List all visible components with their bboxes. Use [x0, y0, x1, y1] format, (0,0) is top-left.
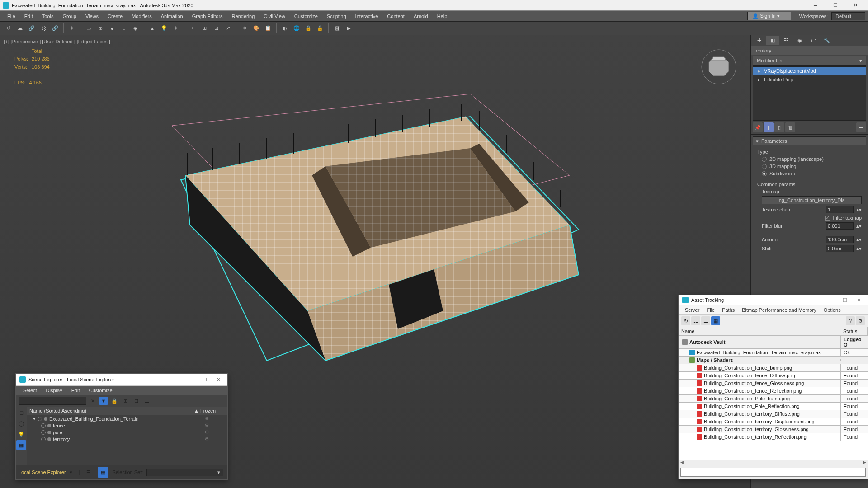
expand-icon[interactable]: ⊞	[121, 397, 130, 405]
filter-blur-spinner[interactable]: 0.001	[826, 222, 854, 230]
filter-geometry-icon[interactable]: ◻	[16, 408, 26, 418]
clear-search-icon[interactable]: ✕	[88, 397, 97, 405]
make-unique-icon[interactable]: ▯	[774, 122, 784, 132]
axis-icon[interactable]: ✦	[187, 23, 198, 34]
table-view-icon[interactable]: ▦	[711, 316, 720, 325]
snap-icon[interactable]: ⊡	[211, 23, 222, 34]
view-cube[interactable]	[701, 49, 737, 85]
selection-set-dropdown[interactable]: ▾	[146, 469, 223, 476]
dot-icon[interactable]: ●	[107, 23, 118, 34]
help-icon[interactable]: ?	[846, 316, 855, 325]
filter-texmap-checkbox[interactable]	[825, 216, 830, 221]
sun-icon[interactable]: ☀	[66, 23, 77, 34]
grid-icon[interactable]: ⊞	[199, 23, 210, 34]
menu-graph-editors[interactable]: Graph Editors	[188, 12, 227, 21]
asset-row[interactable]: Building_Construction_fence_Reflection.p…	[679, 387, 868, 395]
modifier-list-dropdown[interactable]: Modifier List ▾	[753, 56, 866, 66]
asset-tracking-menu-paths[interactable]: Paths	[718, 305, 738, 314]
type-radio-subdiv[interactable]	[762, 171, 767, 176]
sign-in-dropdown[interactable]: 👤 Sign In ▾	[747, 12, 791, 20]
asset-status-column[interactable]: Status	[840, 327, 868, 335]
render-setup-icon[interactable]: 🖼	[331, 23, 342, 34]
collapse-icon[interactable]: ⊟	[132, 397, 141, 405]
transform-icon[interactable]: ✥	[239, 23, 250, 34]
menu-create[interactable]: Create	[103, 12, 127, 21]
menu-customize[interactable]: Customize	[290, 12, 322, 21]
tree-row[interactable]: fence❄	[27, 422, 227, 429]
tree-view-icon[interactable]: ☷	[691, 316, 700, 325]
light-icon[interactable]: 💡	[159, 23, 170, 34]
fill-icon[interactable]: ◉	[130, 23, 141, 34]
scene-explorer-search[interactable]	[19, 397, 86, 405]
unlink-icon[interactable]: ⛓	[38, 23, 49, 34]
list-view-icon[interactable]: ☰	[701, 316, 710, 325]
explorer-icon[interactable]: 📋	[263, 23, 274, 34]
menu-group[interactable]: Group	[58, 12, 81, 21]
create-tab[interactable]: ✚	[753, 36, 765, 45]
redo-view-icon[interactable]: ↺	[3, 23, 14, 34]
asset-name-column[interactable]: Name	[679, 327, 840, 335]
asset-tracking-menu-server[interactable]: Server	[681, 305, 703, 314]
pivot-icon[interactable]: ⊕	[95, 23, 106, 34]
circle-icon[interactable]: ○	[118, 23, 129, 34]
asset-row[interactable]: Building_Construction_territory_Diffuse.…	[679, 410, 868, 418]
menu-scripting[interactable]: Scripting	[322, 12, 351, 21]
asset-tracking-close[interactable]: ✕	[853, 297, 864, 303]
tree-row[interactable]: ▾Excavated_Building_Foundation_Terrain❄	[27, 415, 227, 422]
globe-icon[interactable]: 🌐	[291, 23, 302, 34]
asset-row[interactable]: Building_Construction_fence_bump.pngFoun…	[679, 364, 868, 372]
asset-tracking-maximize[interactable]: ☐	[840, 297, 850, 303]
filter-icon[interactable]: ▼	[99, 397, 108, 405]
scene-explorer-menu-display[interactable]: Display	[42, 386, 67, 395]
asset-tracking-menu-options[interactable]: Options	[820, 305, 844, 314]
lock-x-icon[interactable]: 🔒	[303, 23, 314, 34]
asset-row[interactable]: Building_Construction_Pole_Reflection.pn…	[679, 403, 868, 410]
scene-explorer-close[interactable]: ✕	[213, 377, 224, 383]
scene-explorer-menu-select[interactable]: Select	[19, 386, 42, 395]
filter-lights-icon[interactable]: 💡	[16, 429, 26, 439]
menu-edit[interactable]: Edit	[20, 12, 38, 21]
asset-row[interactable]: Maps / Shaders	[679, 357, 868, 364]
asset-tracking-input[interactable]	[680, 468, 866, 477]
material-icon[interactable]: ◐	[279, 23, 290, 34]
display-tab[interactable]: 🖵	[807, 36, 820, 45]
refresh-icon[interactable]: ↻	[681, 316, 690, 325]
name-column-header[interactable]: Name (Sorted Ascending)	[27, 407, 191, 415]
menu-arnold[interactable]: Arnold	[409, 12, 433, 21]
frozen-column-header[interactable]: ▲ Frozen	[191, 407, 227, 415]
hierarchy-tab[interactable]: ☷	[780, 36, 793, 45]
minimize-button[interactable]: ─	[806, 0, 826, 11]
maximize-button[interactable]: ☐	[826, 0, 845, 11]
tree-row[interactable]: pole❄	[27, 429, 227, 436]
menu-interactive[interactable]: Interactive	[351, 12, 383, 21]
asset-tracking-window[interactable]: Asset Tracking ─ ☐ ✕ ServerFilePathsBitm…	[678, 295, 868, 479]
cursor-icon[interactable]: ↗	[222, 23, 233, 34]
layer-toggle-icon[interactable]: ▦	[98, 467, 108, 478]
menu-modifiers[interactable]: Modifiers	[127, 12, 156, 21]
asset-row[interactable]: Excavated_Building_Foundation_Terrain_ma…	[679, 349, 868, 357]
object-name-field[interactable]: territory	[751, 46, 868, 55]
asset-row[interactable]: Building_Construction_territory_Glossine…	[679, 426, 868, 433]
asset-row[interactable]: Autodesk VaultLogged O	[679, 336, 868, 349]
plane-icon[interactable]: ▭	[83, 23, 94, 34]
sunlight-icon[interactable]: ☀	[170, 23, 181, 34]
pin-stack-icon[interactable]: 📌	[753, 122, 763, 132]
menu-rendering[interactable]: Rendering	[227, 12, 259, 21]
modify-tab[interactable]: ◧	[766, 36, 779, 45]
asset-tracking-menu-bitmap-performance-and-memory[interactable]: Bitmap Performance and Memory	[738, 305, 820, 314]
lock-icon[interactable]: 🔒	[110, 397, 119, 405]
menu-content[interactable]: Content	[382, 12, 409, 21]
cone-icon[interactable]: ▲	[147, 23, 158, 34]
palette-icon[interactable]: 🎨	[251, 23, 262, 34]
menu-help[interactable]: Help	[433, 12, 452, 21]
utilities-tab[interactable]: 🔧	[821, 36, 833, 45]
scroll-left-icon[interactable]: ◀	[679, 460, 685, 466]
show-end-result-icon[interactable]: ▮	[764, 122, 774, 132]
modifier-item-vraydisp[interactable]: VRayDisplacementMod	[753, 67, 866, 75]
cloud-icon[interactable]: ☁	[14, 23, 25, 34]
asset-tracking-minimize[interactable]: ─	[826, 297, 837, 303]
asset-row[interactable]: Building_Construction_territory_Reflecti…	[679, 433, 868, 441]
asset-row[interactable]: Building_Construction_fence_Diffuse.pngF…	[679, 372, 868, 380]
scene-explorer-window[interactable]: Scene Explorer - Local Scene Explorer ─ …	[15, 373, 228, 480]
lock-y-icon[interactable]: 🔒	[315, 23, 326, 34]
